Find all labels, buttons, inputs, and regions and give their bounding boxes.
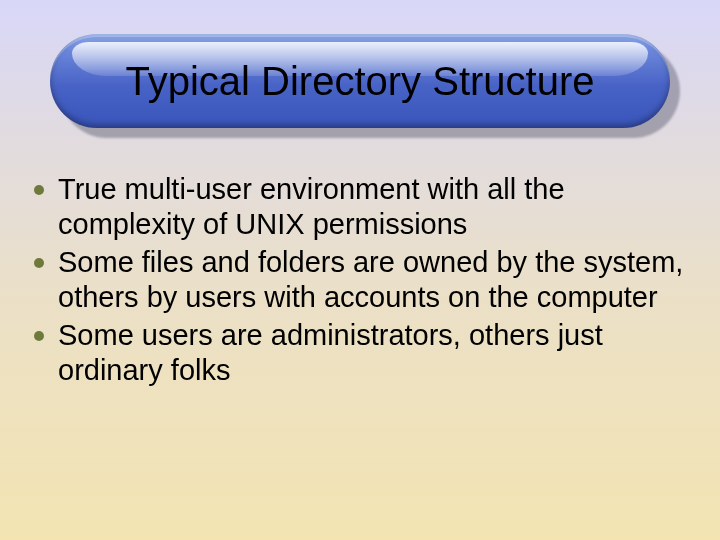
bullet-icon: [34, 331, 44, 341]
slide: Typical Directory Structure True multi-u…: [0, 0, 720, 540]
slide-title: Typical Directory Structure: [125, 59, 594, 104]
bullet-icon: [34, 185, 44, 195]
list-item: True multi-user environment with all the…: [34, 172, 686, 243]
list-item: Some users are administrators, others ju…: [34, 318, 686, 389]
bullet-text: Some users are administrators, others ju…: [58, 318, 686, 389]
title-container: Typical Directory Structure: [50, 34, 670, 128]
body-content: True multi-user environment with all the…: [34, 172, 686, 390]
bullet-icon: [34, 258, 44, 268]
title-pill: Typical Directory Structure: [50, 34, 670, 128]
list-item: Some files and folders are owned by the …: [34, 245, 686, 316]
bullet-text: Some files and folders are owned by the …: [58, 245, 686, 316]
bullet-text: True multi-user environment with all the…: [58, 172, 686, 243]
